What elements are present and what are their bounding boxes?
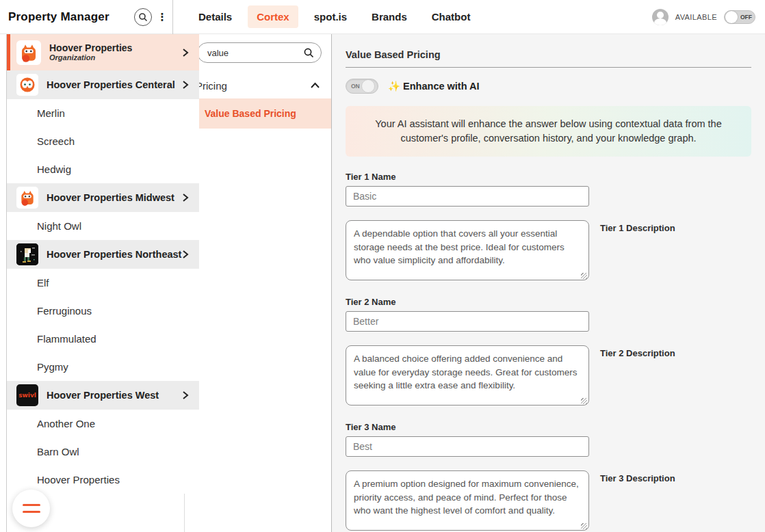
owl-mascot-icon (16, 40, 41, 65)
tab-chatbot[interactable]: Chatbot (423, 5, 480, 28)
tier2-description-textarea[interactable]: A balanced choice offering added conveni… (346, 345, 589, 405)
swivl-logo-icon: swivl (16, 384, 38, 406)
sidebar-item-hoover-properties-west[interactable]: swivl Hoover Properties West (7, 381, 199, 410)
sidebar-item-sublabel: Organization (49, 53, 132, 62)
enhance-ai-label: ✨Enhance with AI (388, 81, 480, 92)
sidebar-item-label: Elf (37, 277, 49, 289)
tier2-name-input[interactable] (346, 311, 589, 332)
sidebar-item-label: Hoover Properties Northeast (47, 249, 181, 260)
sidebar-item-text: Hoover Properties Organization (49, 42, 132, 62)
enhance-ai-toggle[interactable]: ON (346, 79, 378, 94)
resize-handle-icon[interactable] (581, 398, 587, 404)
pixel-owl-icon (16, 243, 38, 265)
nav-search-input[interactable] (207, 48, 303, 58)
tab-cortex[interactable]: Cortex (248, 5, 298, 28)
main-content: Value Based Pricing ON ✨Enhance with AI … (332, 34, 765, 532)
sidebar-item-hoover-properties-midwest[interactable]: Hoover Properties Midwest (7, 183, 199, 212)
tab-details[interactable]: Details (190, 5, 241, 28)
tier1-description-label: Tier 1 Description (600, 223, 675, 233)
user-avatar-icon[interactable] (652, 9, 669, 25)
sidebar-item-pygmy[interactable]: Pygmy (7, 353, 199, 381)
sidebar-item-label: Hoover Properties Midwest (47, 192, 174, 203)
chevron-right-icon[interactable] (181, 390, 190, 400)
app-title: Property Manager (8, 10, 109, 24)
kebab-menu-icon[interactable]: ⋮ (155, 8, 170, 26)
chevron-right-icon[interactable] (181, 48, 190, 57)
header-right: AVAILABLE OFF (652, 9, 765, 25)
tier3-description-label: Tier 3 Description (600, 473, 675, 483)
properties-sidebar: Hoover Properties Organization Hoover Pr… (0, 34, 185, 532)
toggle-on-label: ON (351, 83, 360, 90)
top-header: Property Manager ⋮ Details Cortex spot.i… (0, 0, 765, 34)
sidebar-item-label: Hoover Properties (37, 474, 120, 486)
availability-label: AVAILABLE (675, 13, 717, 21)
sidebar-item-label: Flammulated (37, 333, 96, 345)
sidebar-menu-fab[interactable] (12, 490, 50, 527)
header-tabs: Details Cortex spot.is Brands Chatbot (173, 5, 479, 28)
header-left: Property Manager ⋮ (0, 8, 172, 26)
sidebar-item-hedwig[interactable]: Hedwig (7, 155, 199, 183)
nav-search[interactable] (197, 42, 322, 63)
sidebar-item-elf[interactable]: Elf (7, 269, 199, 297)
sidebar-item-screech[interactable]: Screech (7, 127, 199, 155)
tier3-description-textarea[interactable]: A premium option designed for maximum co… (346, 470, 589, 531)
chevron-up-icon[interactable] (310, 82, 320, 89)
toggle-knob (361, 79, 375, 93)
tier1-description-field: A dependable option that covers all your… (346, 220, 751, 283)
sidebar-item-label: Hoover Properties Centeral (47, 79, 175, 90)
title-divider (346, 67, 751, 68)
tier1-description-textarea[interactable]: A dependable option that covers all your… (346, 220, 589, 280)
tier3-name-input[interactable] (346, 436, 589, 457)
tab-spot-is[interactable]: spot.is (305, 5, 356, 28)
tier1-name-field: Tier 1 Name (346, 172, 751, 207)
sidebar-item-flammulated[interactable]: Flammulated (7, 325, 199, 353)
tier2-name-field: Tier 2 Name (346, 297, 751, 332)
sidebar-item-hoover-properties-centeral[interactable]: Hoover Properties Centeral (7, 70, 199, 99)
search-icon (138, 12, 148, 22)
sidebar-item-night-owl[interactable]: Night Owl (7, 212, 199, 240)
chevron-right-icon[interactable] (181, 193, 190, 202)
chevron-right-icon[interactable] (181, 80, 190, 90)
tier1-name-input[interactable] (346, 186, 589, 207)
ai-note-text: Your AI assistant will enhance the answe… (373, 117, 724, 146)
sidebar-list: Hoover Properties Organization Hoover Pr… (7, 34, 199, 532)
tier3-name-field: Tier 3 Name (346, 422, 751, 457)
tab-brands[interactable]: Brands (363, 5, 416, 28)
resize-handle-icon[interactable] (581, 273, 587, 279)
nav-item-label: Value Based Pricing (205, 108, 296, 119)
tier2-description-field: A balanced choice offering added conveni… (346, 345, 751, 408)
availability-toggle[interactable]: OFF (724, 10, 755, 24)
tier2-description-label: Tier 2 Description (600, 348, 675, 358)
sidebar-item-merlin[interactable]: Merlin (7, 99, 199, 127)
sparkles-icon: ✨ (388, 81, 400, 92)
sidebar-item-label: Hoover Properties West (47, 390, 159, 401)
enhance-ai-row: ON ✨Enhance with AI (346, 79, 751, 94)
tier1-name-label: Tier 1 Name (346, 172, 751, 182)
chevron-right-icon[interactable] (181, 250, 190, 259)
search-icon (303, 47, 314, 58)
sidebar-item-hoover-properties-northeast[interactable]: Hoover Properties Northeast (7, 240, 199, 269)
nav-section-pricing[interactable]: Pricing (185, 72, 331, 98)
nav-section-label: Pricing (196, 80, 227, 92)
sidebar-item-barn-owl[interactable]: Barn Owl (7, 438, 199, 466)
ai-assistant-note: Your AI assistant will enhance the answe… (346, 106, 751, 157)
sidebar-item-label: Ferruginous (37, 305, 92, 317)
header-search-button[interactable] (134, 8, 152, 26)
resize-handle-icon[interactable] (581, 523, 587, 529)
sidebar-item-label: Hedwig (37, 163, 71, 175)
sidebar-item-label: Pygmy (37, 361, 68, 373)
sidebar-item-ferruginous[interactable]: Ferruginous (7, 297, 199, 325)
sidebar-item-another-one[interactable]: Another One (7, 410, 199, 438)
hamburger-icon (23, 504, 40, 506)
page-title: Value Based Pricing (346, 49, 751, 60)
nav-item-value-based-pricing[interactable]: Value Based Pricing (185, 98, 331, 129)
app-window: Property Manager ⋮ Details Cortex spot.i… (0, 0, 765, 532)
sidebar-item-label: Hoover Properties (49, 42, 132, 53)
tier2-name-label: Tier 2 Name (346, 297, 751, 307)
sidebar-item-label: Night Owl (37, 220, 81, 232)
toggle-knob (725, 11, 738, 23)
sidebar-item-hoover-properties-org[interactable]: Hoover Properties Organization (7, 34, 199, 70)
tier3-name-label: Tier 3 Name (346, 422, 751, 432)
section-nav-panel: Pricing Value Based Pricing (185, 34, 332, 532)
sidebar-item-label: Barn Owl (37, 446, 79, 457)
